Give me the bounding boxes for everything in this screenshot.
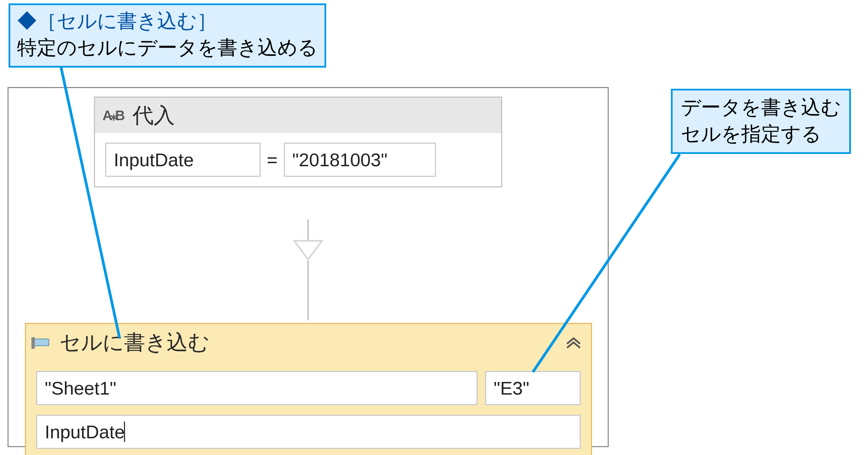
connector-arrow-icon	[293, 240, 323, 260]
assign-activity-header[interactable]: A⁎B 代入	[95, 98, 501, 133]
callout-title: ◆［セルに書き込む］	[17, 8, 318, 34]
callout-cell-target: データを書き込む セルを指定する	[671, 89, 851, 154]
assign-value-field[interactable]: "20181003"	[284, 143, 436, 177]
write-cell-icon	[33, 339, 49, 346]
assign-activity-title: 代入	[133, 101, 175, 130]
callout-right-line1: データを書き込む	[681, 94, 841, 120]
cell-address-field[interactable]: "E3"	[485, 371, 581, 405]
value-field[interactable]: InputDate	[36, 415, 581, 449]
write-cell-body: "Sheet1" "E3" InputDate	[26, 361, 591, 455]
callout-right-line2: セルを指定する	[681, 120, 841, 147]
assign-icon: A⁎B	[102, 108, 123, 123]
connector-line	[307, 260, 309, 320]
equals-label: =	[267, 149, 278, 170]
flow-connector	[293, 219, 323, 320]
write-cell-title: セルに書き込む	[59, 328, 209, 357]
assign-activity[interactable]: A⁎B 代入 InputDate = "20181003"	[94, 97, 502, 187]
text-caret	[124, 422, 125, 442]
designer-panel: A⁎B 代入 InputDate = "20181003" セルに書き込む	[8, 87, 609, 447]
write-cell-header[interactable]: セルに書き込む	[26, 324, 591, 361]
callout-description: 特定のセルにデータを書き込める	[17, 34, 318, 61]
write-cell-activity[interactable]: セルに書き込む "Sheet1" "E3" InputDate	[25, 323, 592, 455]
callout-activity-explain: ◆［セルに書き込む］ 特定のセルにデータを書き込める	[9, 3, 326, 68]
assign-activity-body: InputDate = "20181003"	[95, 133, 501, 186]
value-field-text: InputDate	[45, 421, 125, 442]
sheet-name-field[interactable]: "Sheet1"	[36, 371, 478, 405]
collapse-icon[interactable]	[566, 336, 581, 349]
assign-to-field[interactable]: InputDate	[105, 143, 261, 177]
connector-line	[307, 219, 309, 240]
